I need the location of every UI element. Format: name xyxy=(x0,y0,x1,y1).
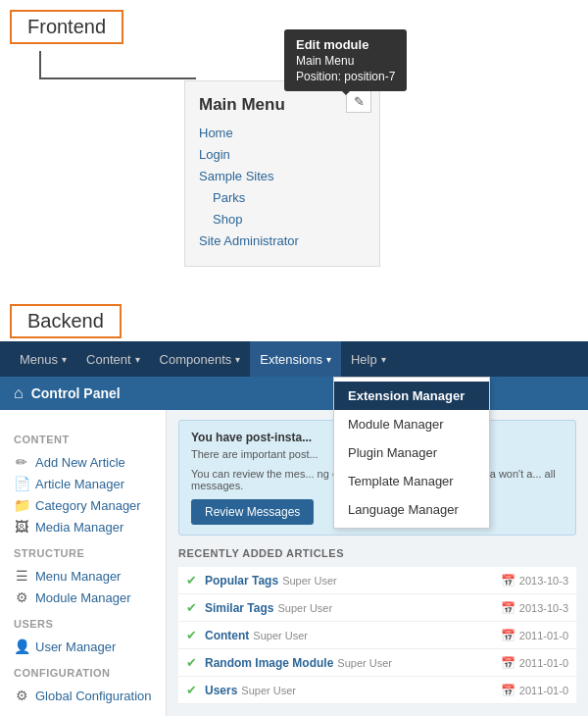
sidebar-section-users: Users xyxy=(14,618,166,630)
edit-module-tooltip: Edit module Main Menu Position: position… xyxy=(284,29,407,91)
frontend-section: Frontend Edit module Main Menu Position:… xyxy=(10,10,431,44)
article-name[interactable]: Content xyxy=(205,629,249,642)
article-author: Super User xyxy=(253,630,308,641)
article-author: Super User xyxy=(337,657,392,669)
table-row: ✔ Users Super User 📅2011-01-0 xyxy=(178,677,576,704)
frontend-connector-h xyxy=(39,77,196,79)
article-date: 📅2011-01-0 xyxy=(501,656,568,670)
article-date: 📅2013-10-3 xyxy=(501,574,568,588)
control-panel-bar: ⌂ Control Panel xyxy=(0,377,588,410)
sidebar-item-category-manager[interactable]: 📁Category Manager xyxy=(14,494,166,516)
recently-added-title: Recently Added Articles xyxy=(178,547,576,559)
sidebar: Content ✏Add New Article 📄Article Manage… xyxy=(0,410,167,716)
article-author: Super User xyxy=(277,602,332,614)
calendar-icon: 📅 xyxy=(501,684,515,697)
article-name[interactable]: Popular Tags xyxy=(205,574,278,588)
menu-item-shop[interactable]: Shop xyxy=(199,209,366,230)
menu-item-site-admin[interactable]: Site Administrator xyxy=(199,230,366,252)
extensions-dropdown: Extension Manager Module Manager Plugin … xyxy=(333,377,490,529)
menu-item-login[interactable]: Login xyxy=(199,144,366,166)
help-caret-icon: ▾ xyxy=(381,354,386,365)
sidebar-section-structure: Structure xyxy=(14,547,166,559)
check-icon: ✔ xyxy=(186,683,197,697)
sidebar-item-menu-manager[interactable]: ☰Menu Manager xyxy=(14,565,166,587)
menu-item-parks[interactable]: Parks xyxy=(199,187,366,209)
dropdown-item-template-manager[interactable]: Template Manager xyxy=(334,467,489,495)
backend-label: Backend xyxy=(10,304,122,338)
table-row: ✔ Random Image Module Super User 📅2011-0… xyxy=(178,649,576,677)
sidebar-item-media-manager[interactable]: 🖼Media Manager xyxy=(14,516,166,537)
sidebar-item-user-manager[interactable]: 👤User Manager xyxy=(14,636,166,657)
table-row: ✔ Similar Tags Super User 📅2013-10-3 xyxy=(178,594,576,622)
module-manager-sidebar-icon: ⚙ xyxy=(14,589,29,605)
backend-main-area: Content ✏Add New Article 📄Article Manage… xyxy=(0,410,588,716)
check-icon: ✔ xyxy=(186,600,197,615)
check-icon: ✔ xyxy=(186,628,197,642)
nav-components[interactable]: Components▾ xyxy=(150,341,251,377)
sidebar-item-module-manager[interactable]: ⚙Module Manager xyxy=(14,587,166,608)
calendar-icon: 📅 xyxy=(501,656,515,670)
sidebar-item-global-config[interactable]: ⚙Global Configuration xyxy=(14,685,166,706)
calendar-icon: 📅 xyxy=(501,601,515,615)
nav-menus[interactable]: Menus▾ xyxy=(10,341,76,377)
widget-title: Main Menu xyxy=(199,95,366,115)
frontend-label: Frontend xyxy=(10,10,123,44)
sidebar-section-content: Content xyxy=(14,434,166,445)
components-caret-icon: ▾ xyxy=(235,354,240,365)
calendar-icon: 📅 xyxy=(501,574,515,588)
calendar-icon: 📅 xyxy=(501,629,515,642)
article-date: 📅2011-01-0 xyxy=(501,629,568,642)
widget-edit-button[interactable]: ✎ xyxy=(346,89,371,113)
review-messages-button[interactable]: Review Messages xyxy=(191,499,314,525)
backend-navbar: Menus▾ Content▾ Components▾ Extensions▾ … xyxy=(0,341,588,377)
article-name[interactable]: Random Image Module xyxy=(205,656,333,670)
article-name[interactable]: Users xyxy=(205,684,237,697)
nav-content[interactable]: Content▾ xyxy=(76,341,150,377)
sidebar-item-add-article[interactable]: ✏Add New Article xyxy=(14,451,166,473)
dropdown-item-module-manager[interactable]: Module Manager xyxy=(334,410,489,438)
table-row: ✔ Content Super User 📅2011-01-0 xyxy=(178,622,576,649)
frontend-connector-v xyxy=(39,51,41,78)
check-icon: ✔ xyxy=(186,573,197,588)
dropdown-header: Extension Manager xyxy=(334,382,489,410)
content-caret-icon: ▾ xyxy=(135,354,140,365)
category-manager-icon: 📁 xyxy=(14,497,29,513)
user-manager-icon: 👤 xyxy=(14,639,29,654)
extensions-caret-icon: ▾ xyxy=(326,354,331,365)
nav-help[interactable]: Help▾ xyxy=(341,341,396,377)
main-menu-widget: ✎ Main Menu Home Login Sample Sites Park… xyxy=(184,80,380,267)
control-panel-title: Control Panel xyxy=(31,385,121,401)
tooltip-line3: Position: position-7 xyxy=(296,70,395,83)
article-date: 📅2013-10-3 xyxy=(501,601,568,615)
home-icon: ⌂ xyxy=(14,384,24,402)
dropdown-item-language-manager[interactable]: Language Manager xyxy=(334,495,489,524)
menu-item-sample-sites[interactable]: Sample Sites xyxy=(199,166,366,187)
nav-extensions[interactable]: Extensions▾ xyxy=(250,341,341,377)
menu-item-home[interactable]: Home xyxy=(199,123,366,144)
article-date: 📅2011-01-0 xyxy=(501,684,568,697)
sidebar-item-article-manager[interactable]: 📄Article Manager xyxy=(14,473,166,494)
sidebar-section-configuration: Configuration xyxy=(14,667,166,679)
article-author: Super User xyxy=(282,575,337,587)
menu-manager-icon: ☰ xyxy=(14,568,29,584)
check-icon: ✔ xyxy=(186,655,197,670)
article-name[interactable]: Similar Tags xyxy=(205,601,273,615)
global-config-icon: ⚙ xyxy=(14,688,29,703)
menus-caret-icon: ▾ xyxy=(62,354,67,365)
article-manager-icon: 📄 xyxy=(14,476,29,491)
article-author: Super User xyxy=(241,685,296,696)
table-row: ✔ Popular Tags Super User 📅2013-10-3 xyxy=(178,567,576,594)
media-manager-icon: 🖼 xyxy=(14,519,29,535)
tooltip-line2: Main Menu xyxy=(296,54,395,68)
dropdown-item-plugin-manager[interactable]: Plugin Manager xyxy=(334,438,489,467)
tooltip-title: Edit module xyxy=(296,37,395,52)
add-article-icon: ✏ xyxy=(14,454,29,470)
backend-section: Backend Menus▾ Content▾ Components▾ Exte… xyxy=(0,304,588,716)
